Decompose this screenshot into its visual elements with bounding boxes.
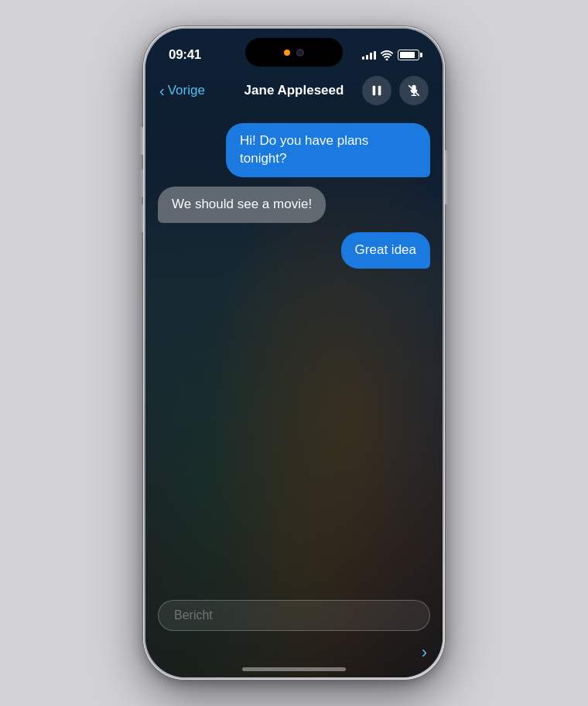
battery-fill	[400, 52, 415, 58]
nav-contact-name: Jane Appleseed	[227, 83, 361, 98]
status-time: 09:41	[169, 47, 201, 63]
svg-rect-0	[373, 86, 376, 96]
signal-bar-3	[370, 53, 372, 60]
dynamic-island-indicator	[284, 50, 290, 56]
pause-button[interactable]	[362, 76, 391, 105]
nav-actions	[361, 76, 429, 105]
back-label: Vorige	[168, 83, 205, 98]
input-area	[145, 591, 443, 637]
wifi-icon	[381, 50, 393, 60]
message-bubble-sent-1: Hi! Do you have plans tonight?	[226, 123, 430, 177]
signal-bars	[362, 50, 376, 60]
message-row: Hi! Do you have plans tonight?	[158, 123, 430, 177]
status-icons	[362, 50, 419, 60]
message-row: Great idea	[158, 232, 430, 269]
message-input[interactable]	[174, 608, 414, 622]
svg-rect-1	[378, 86, 381, 96]
front-camera	[296, 49, 304, 57]
message-input-wrapper[interactable]	[158, 600, 430, 631]
home-indicator	[242, 667, 346, 671]
phone-screen: 09:41	[145, 29, 443, 677]
dynamic-island	[245, 38, 343, 67]
bottom-bar: ›	[145, 637, 443, 677]
navigation-bar: ‹ Vorige Jane Appleseed	[145, 70, 443, 111]
messages-area: Hi! Do you have plans tonight? We should…	[145, 111, 443, 357]
pause-icon	[370, 84, 384, 98]
signal-bar-4	[374, 51, 376, 60]
back-chevron-icon: ‹	[159, 83, 165, 98]
keyboard-dismiss-icon[interactable]: ›	[422, 643, 427, 663]
message-bubble-received-1: We should see a movie!	[158, 187, 326, 223]
message-row: We should see a movie!	[158, 187, 430, 223]
phone-device: 09:41	[143, 26, 445, 680]
signal-bar-1	[362, 57, 364, 60]
message-bubble-sent-2: Great idea	[341, 232, 430, 269]
mute-button[interactable]	[399, 76, 429, 105]
messages-spacer	[145, 357, 443, 591]
signal-bar-2	[366, 55, 368, 60]
back-button[interactable]: ‹ Vorige	[159, 83, 227, 98]
battery-icon	[398, 50, 419, 60]
mic-off-icon	[407, 84, 421, 98]
